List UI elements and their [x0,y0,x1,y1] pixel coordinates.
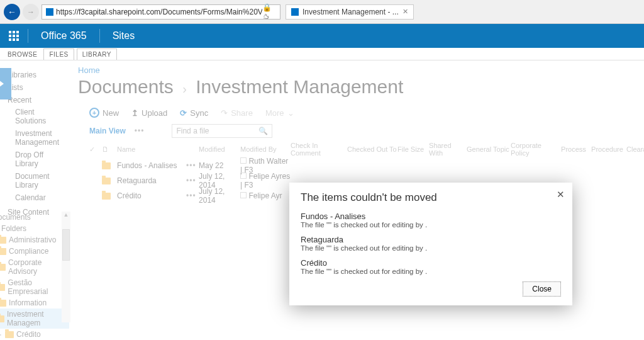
nav-header-recent[interactable]: Recent [8,96,59,105]
new-button[interactable]: +New [89,108,119,118]
sharepoint-favicon [46,8,53,16]
view-row: Main View ••• Find a file 🔍 [89,124,644,138]
item-menu-icon[interactable]: ••• [186,161,199,170]
scroll-up-icon[interactable]: ▲ [62,212,70,218]
title-separator-icon: › [182,82,187,96]
tree-node[interactable]: ▷Information [0,297,69,309]
nav-item[interactable]: Client Solutions [8,106,59,127]
suite-bar: Office 365 Sites [0,24,644,48]
col[interactable]: Check In Comment [291,142,347,157]
checkbox[interactable] [240,192,247,198]
sites-link[interactable]: Sites [100,24,148,48]
search-input[interactable]: Find a file 🔍 [172,124,272,138]
dialog-item-name: Retaguarda [301,235,561,244]
sharepoint-favicon [291,8,299,16]
sync-icon: ⟳ [180,108,187,118]
site-logo[interactable]: S [0,68,11,99]
back-button[interactable]: ← [4,4,20,20]
item-menu-icon[interactable]: ••• [186,176,199,185]
view-name[interactable]: Main View [89,127,126,135]
ribbon-tab-browse[interactable]: BROWSE [3,49,42,60]
browser-tab[interactable]: Investment Management - ... ✕ [286,4,414,20]
scroll-thumb[interactable] [62,229,70,261]
modified-by[interactable]: Felipe Ayres | F3 [240,172,290,190]
type-icon-header: 🗋 [102,145,117,153]
nav-item[interactable]: Document Library [8,170,59,191]
table-header: ✓ 🗋 Name Modified Modified By Check In C… [89,142,644,157]
tree-node[interactable]: ▷Administrativo [0,234,69,246]
col[interactable]: General Topic [467,145,511,153]
folder-icon [102,193,111,200]
nav-item[interactable]: Investment Management [8,127,59,149]
close-button[interactable]: Close [523,281,561,297]
dialog-item: Fundos - Analises The file "" is checked… [301,212,561,229]
upload-icon: ↥ [131,108,138,118]
scrollbar[interactable]: ▲ [62,212,70,322]
col[interactable]: Corporate Policy [511,142,561,157]
table-row[interactable]: Fundos - Analises ••• May 22 Ruth Walter… [89,157,644,172]
tab-title: Investment Management - ... [303,8,399,16]
col[interactable]: Checked Out To [347,145,397,153]
tree-node[interactable]: ▷Compliance [0,246,69,257]
office365-link[interactable]: Office 365 [28,24,99,48]
tree-node[interactable]: ▷Gestão Empresarial [0,277,69,297]
close-icon[interactable]: ✕ [557,189,565,200]
browser-chrome: ← → https://f3capital.sharepoint.com/Doc… [0,0,644,24]
select-all[interactable]: ✓ [89,145,102,154]
col[interactable]: Shared With [429,142,467,157]
sync-button[interactable]: ⟳Sync [180,108,208,118]
share-button: ↷Share [221,108,253,118]
checkbox[interactable] [240,157,247,164]
nav-item[interactable]: Calendar [8,191,59,204]
dialog-item-name: Crédito [301,258,561,268]
tree-node[interactable]: ▷Corporate Advisory [0,257,69,277]
col[interactable]: Clearance [626,145,644,153]
file-name[interactable]: Fundos - Analises [117,161,186,170]
nav-header-lists[interactable]: Lists [8,83,59,92]
dialog-item-name: Fundos - Analises [301,212,561,221]
url-text: https://f3capital.sharepoint.com/Documen… [56,8,262,16]
share-icon: ↷ [221,108,228,118]
title-folder: Investment Management [196,76,403,97]
forward-button[interactable]: → [23,4,39,20]
tree-node[interactable]: ▷Crédito [0,329,69,340]
upload-button[interactable]: ↥Upload [131,108,167,118]
col-modified[interactable]: Modified [199,145,240,153]
modified-by[interactable]: Felipe Ayr [248,191,282,200]
file-name[interactable]: Crédito [117,191,186,200]
tree-view: ▲ ◢🗐Documents ◢Folders ▷Administrativo ▷… [0,212,69,340]
col-name[interactable]: Name [117,145,186,153]
col-modifiedby[interactable]: Modified By [240,145,291,153]
dialog-item-msg: The file "" is checked out for editing b… [301,221,561,229]
chevron-down-icon: ⌄ [287,108,294,118]
nav-item[interactable]: Drop Off Library [8,149,59,170]
file-name[interactable]: Retaguarda [117,176,186,185]
nav-header-libraries[interactable]: Libraries [8,71,59,79]
address-bar[interactable]: https://f3capital.sharepoint.com/Documen… [42,4,280,20]
col[interactable]: Process [561,145,591,153]
col[interactable]: Procedure [591,145,626,153]
more-button[interactable]: More ⌄ [265,108,294,118]
item-menu-icon[interactable]: ••• [186,191,199,200]
checkbox[interactable] [240,173,247,179]
modified: May 22 [199,161,240,170]
dialog-item-msg: The file "" is checked out for editing b… [301,244,561,252]
tree-node-selected[interactable]: ◢Investment Managem [0,309,69,329]
dialog-item: Crédito The file "" is checked out for e… [301,258,561,275]
dialog-title: The items couldn't be moved [301,191,561,204]
breadcrumb[interactable]: Home [78,65,644,75]
ribbon-tab-files[interactable]: FILES [43,48,74,60]
title-library[interactable]: Documents [78,76,174,97]
search-icon[interactable]: 🔍 [258,127,268,135]
dialog-item-msg: The file "" is checked out for editing b… [301,268,561,275]
ribbon-tab-library[interactable]: LIBRARY [77,48,117,60]
close-tab-icon[interactable]: ✕ [402,8,408,16]
toolbar: +New ↥Upload ⟳Sync ↷Share More ⌄ [89,108,644,118]
ribbon: BROWSE FILES LIBRARY [0,48,644,60]
col[interactable]: File Size [397,145,429,153]
app-launcher-button[interactable] [0,24,28,48]
dialog-item: Retaguarda The file "" is checked out fo… [301,235,561,252]
view-menu-icon[interactable]: ••• [135,127,145,135]
tree-node[interactable]: ◢Folders [0,223,69,234]
tree-node[interactable]: ◢🗐Documents [0,212,69,223]
